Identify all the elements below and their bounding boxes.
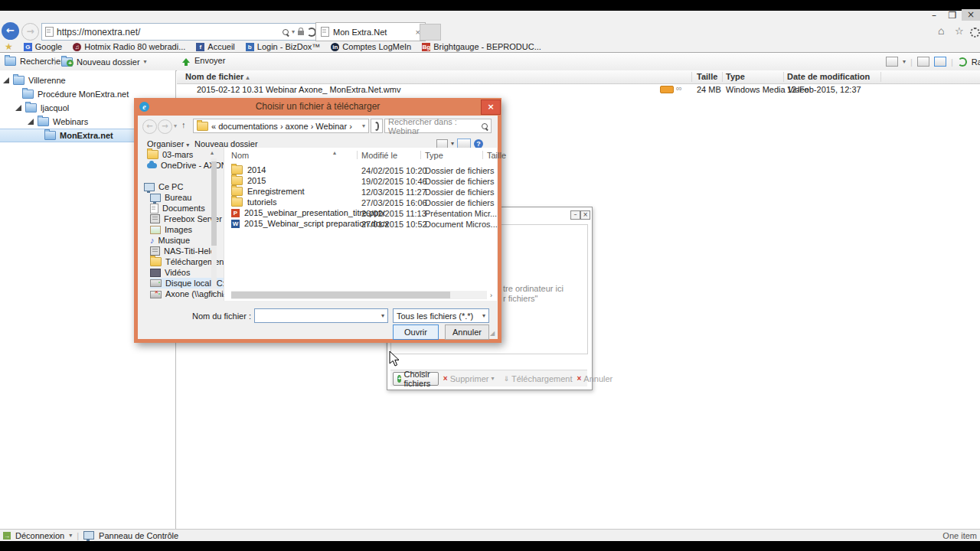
- dialog-close-button[interactable]: ×: [481, 99, 501, 115]
- filetype-select[interactable]: Tous les fichiers (*.*) ▾: [393, 308, 489, 323]
- help-icon[interactable]: ?: [474, 139, 483, 148]
- logout-caret-icon[interactable]: ▾: [69, 532, 72, 539]
- restore-button[interactable]: ❐: [945, 10, 960, 21]
- dialog-column-taille[interactable]: Taille: [487, 151, 506, 160]
- refresh-green-icon[interactable]: [958, 57, 967, 67]
- refresh-button[interactable]: Rafraîchir: [972, 57, 980, 67]
- nav-item-images[interactable]: Images: [150, 224, 230, 235]
- favorite-item[interactable]: bLogin - BizDox™: [246, 42, 321, 51]
- back-button[interactable]: ←: [2, 22, 19, 40]
- column-modified[interactable]: Date de modification: [787, 72, 870, 81]
- breadcrumb-caret-icon[interactable]: ▾: [362, 122, 365, 129]
- file-name[interactable]: 2015-02-12 10.31 Webinar Axone_ MonExtra…: [197, 85, 400, 94]
- nav-scroll-down-icon[interactable]: ▾: [211, 290, 214, 297]
- file-row[interactable]: 2015-02-12 10.31 Webinar Axone_ MonExtra…: [177, 83, 980, 96]
- tab-favicon: [321, 27, 329, 37]
- search-icon[interactable]: [283, 29, 289, 35]
- favorite-item[interactable]: GGoogle: [24, 42, 62, 51]
- favorite-item[interactable]: ♫Hotmix Radio 80 webradi...: [73, 42, 185, 51]
- control-panel-button[interactable]: Panneau de Contrôle: [99, 531, 178, 540]
- hscroll-left-icon[interactable]: ‹: [222, 292, 224, 299]
- dialog-column-type[interactable]: Type: [425, 151, 443, 160]
- favorites-icon[interactable]: ☆: [955, 25, 964, 37]
- dialog-forward-button[interactable]: →: [158, 119, 172, 134]
- delete-caret-icon[interactable]: ▾: [491, 375, 494, 382]
- nav-item-nas[interactable]: NAS-Titi-Helo: [150, 246, 230, 256]
- nav-item-disque-c[interactable]: Disque local (C:): [150, 278, 230, 289]
- nav-item-freebox[interactable]: Freebox Server: [150, 214, 230, 224]
- upload-minimize-icon[interactable]: –: [570, 210, 580, 220]
- dialog-file-row[interactable]: Enregistrement: [231, 186, 305, 197]
- logout-button[interactable]: Déconnexion: [15, 531, 64, 540]
- nav-item-musique[interactable]: ♪Musique: [150, 235, 230, 246]
- expander-icon[interactable]: [15, 105, 21, 111]
- expander-icon[interactable]: [28, 119, 34, 125]
- breadcrumb[interactable]: « documentations › axone › Webinar › ▾: [193, 119, 369, 133]
- dialog-column-modifie[interactable]: Modifié le: [361, 151, 397, 160]
- home-icon[interactable]: ⌂: [938, 24, 944, 37]
- close-button[interactable]: ×: [962, 9, 980, 21]
- address-bar[interactable]: https://monextra.net/ ▾: [41, 23, 320, 41]
- search-caret-icon[interactable]: ▾: [292, 28, 295, 35]
- url-text[interactable]: https://monextra.net/: [57, 27, 279, 37]
- cancel-button[interactable]: Annuler: [445, 324, 489, 340]
- add-favorite-star-icon[interactable]: ★: [5, 41, 13, 52]
- dialog-file-row[interactable]: 2014: [231, 165, 266, 175]
- upload-cancel-button[interactable]: × Annuler: [577, 374, 613, 383]
- file-list-header: Nom de fichier ▴ Taille Type Date de mod…: [177, 70, 980, 84]
- dialog-refresh-button[interactable]: [371, 119, 383, 133]
- new-folder-button[interactable]: + Nouveau dossier ▾: [61, 57, 147, 67]
- column-type[interactable]: Type: [726, 72, 745, 81]
- browser-tab[interactable]: Mon Extra.Net ×: [315, 22, 426, 41]
- send-button[interactable]: Envoyer: [182, 56, 225, 65]
- detail-view-icon[interactable]: [934, 57, 946, 67]
- favorite-item[interactable]: inComptes LogMeIn: [331, 42, 411, 51]
- column-name[interactable]: Nom de fichier ▴: [185, 72, 249, 81]
- nav-scroll-up-icon[interactable]: ▴: [211, 149, 214, 156]
- favorite-item[interactable]: BgBrightgauge - BEPRODUC...: [422, 42, 541, 51]
- nav-item-telechargements[interactable]: Téléchargements: [150, 256, 230, 267]
- hscroll-right-icon[interactable]: ›: [490, 292, 492, 299]
- choose-files-button[interactable]: + Choisir fichiers: [393, 372, 439, 386]
- settings-gear-icon[interactable]: [970, 28, 980, 37]
- nav-item-documents[interactable]: Documents: [150, 203, 230, 214]
- up-button[interactable]: ↑: [181, 120, 186, 129]
- hscrollbar[interactable]: [231, 291, 487, 299]
- filetype-caret-icon: ▾: [482, 312, 485, 319]
- forward-button[interactable]: →: [21, 23, 39, 41]
- organize-menu[interactable]: Organiser ▾: [147, 139, 189, 148]
- delete-button[interactable]: × Supprimer ▾: [443, 374, 495, 383]
- new-tab-button[interactable]: [420, 24, 441, 41]
- nav-item-axone-share[interactable]: ×Axone (\\agfichi: [150, 289, 230, 299]
- nav-item-videos[interactable]: Vidéos: [150, 267, 230, 278]
- nav-scrollbar[interactable]: [211, 158, 217, 289]
- history-caret-icon[interactable]: ▾: [174, 122, 177, 129]
- dialog-view-icon[interactable]: [436, 139, 448, 148]
- tree-item-villerenne[interactable]: Villerenne: [0, 73, 178, 87]
- dialog-view-caret-icon[interactable]: ▾: [451, 140, 454, 147]
- open-button[interactable]: Ouvrir: [393, 324, 439, 340]
- minimize-button[interactable]: –: [926, 10, 942, 21]
- view-caret-icon[interactable]: ▾: [903, 58, 906, 65]
- download-button[interactable]: ⇓ Téléchargement: [503, 374, 572, 383]
- resize-grip[interactable]: ◢: [490, 330, 495, 337]
- list-view-icon[interactable]: [917, 57, 929, 67]
- dialog-file-row[interactable]: tutoriels: [231, 197, 277, 207]
- nav-item-bureau[interactable]: Bureau: [150, 192, 230, 203]
- dialog-back-button[interactable]: ←: [142, 119, 157, 134]
- view-select-icon[interactable]: [886, 57, 898, 67]
- upload-close-icon[interactable]: ×: [580, 210, 590, 220]
- folder-icon: [231, 197, 243, 207]
- expander-icon[interactable]: [3, 77, 9, 83]
- tab-title[interactable]: Mon Extra.Net: [333, 28, 412, 37]
- dialog-file-row[interactable]: 2015: [231, 175, 266, 186]
- column-size[interactable]: Taille: [697, 72, 717, 81]
- filename-input[interactable]: ▾: [254, 308, 388, 323]
- dialog-column-nom[interactable]: Nom: [231, 151, 249, 160]
- favorite-item[interactable]: fAccueil: [196, 42, 234, 51]
- filename-caret-icon[interactable]: ▾: [381, 312, 384, 319]
- view-controls: ▾ | | Rafraîchir: [886, 57, 980, 67]
- dialog-search-box[interactable]: Rechercher dans : Webinar: [384, 119, 492, 133]
- new-folder-caret-icon[interactable]: ▾: [144, 58, 147, 65]
- network-drive-icon: ×: [150, 289, 162, 298]
